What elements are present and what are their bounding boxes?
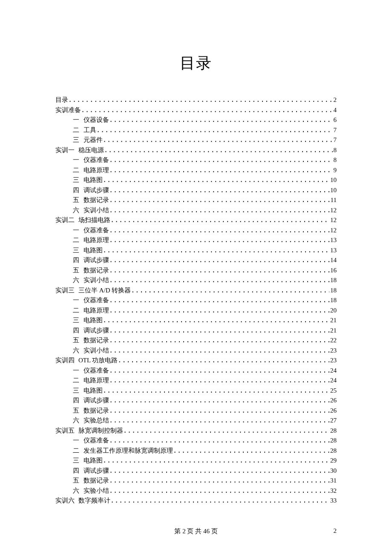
toc-entry-number: 三: [70, 135, 82, 145]
toc-entry: 二发生器工作原理和脉宽调制原理28: [55, 446, 337, 456]
toc-entry-number: 二: [70, 125, 82, 136]
toc-entry-number: 二: [70, 446, 82, 456]
toc-entry-label: 三位半 A/D 转换器: [78, 286, 131, 296]
toc-entry-number: 四: [70, 185, 82, 196]
toc-entry-number: 一: [70, 225, 82, 236]
toc-leader-dots: [103, 246, 329, 256]
toc-entry-page: 2: [334, 95, 337, 105]
toc-leader-dots: [104, 145, 333, 156]
toc-entry-label: 仪器准备: [84, 155, 109, 165]
toc-entry-label: 仪器准备: [84, 295, 109, 306]
toc-entry-page: 16: [330, 266, 337, 276]
toc-entry-label: 电路原理: [84, 235, 109, 246]
toc-entry: 实训六数字频率计33: [55, 496, 337, 506]
toc-entry-label: 脉宽调制控制器: [78, 426, 123, 436]
toc-entry: 五数据记录26: [55, 406, 337, 416]
toc-entry-number: 五: [70, 406, 82, 416]
toc-entry-label: 数据记录: [84, 406, 109, 416]
toc-entry-page: 27: [330, 416, 337, 426]
toc-leader-dots: [110, 215, 329, 225]
toc-leader-dots: [103, 386, 329, 396]
toc-entry-label: 调试步骤: [84, 185, 109, 196]
toc-entry-number: 三: [70, 246, 82, 256]
toc-entry-number: 五: [70, 195, 82, 205]
toc-entry-number: 六: [70, 486, 82, 496]
toc-entry-page: 13: [330, 246, 337, 256]
toc-entry-page: 9: [334, 165, 337, 176]
toc-leader-dots: [103, 135, 333, 145]
toc-leader-dots: [110, 496, 329, 506]
toc-entry-page: 28: [330, 446, 337, 456]
toc-entry-number: 六: [70, 416, 82, 426]
toc-entry: 六实训小结23: [55, 346, 337, 356]
toc-leader-dots: [109, 346, 329, 356]
toc-leader-dots: [109, 115, 333, 125]
toc-entry-page: 26: [330, 396, 337, 406]
toc-leader-dots: [109, 195, 330, 205]
toc-entry-label: 数据记录: [84, 195, 109, 205]
toc-entry-page: 26: [330, 406, 337, 416]
toc-entry-page: 29: [330, 456, 337, 466]
toc-entry: 二电路原理9: [55, 165, 337, 176]
toc-entry: 三电路图29: [55, 456, 337, 466]
toc-entry-page: 24: [330, 366, 337, 376]
toc-leader-dots: [109, 366, 329, 376]
toc-leader-dots: [109, 266, 329, 276]
toc-leader-dots: [109, 416, 329, 426]
toc-entry: 三元器件7: [55, 135, 337, 145]
toc-entry-number: 一: [70, 366, 82, 376]
toc-entry: 一仪器准备24: [55, 366, 337, 376]
toc-entry-page: 28: [330, 436, 337, 446]
toc-entry: 五数据记录31: [55, 476, 337, 486]
toc-entry-page: 30: [330, 466, 337, 476]
toc-entry-page: 24: [330, 376, 337, 386]
toc-leader-dots: [81, 105, 333, 116]
toc-entry-label: 电路原理: [84, 376, 109, 386]
toc-entry-label: 场扫描电路: [78, 215, 110, 225]
toc-entry-label: 实训小结: [84, 346, 109, 356]
toc-entry: 实训三三位半 A/D 转换器18: [55, 286, 337, 296]
toc-entry-page: 33: [330, 496, 337, 506]
toc-leader-dots: [109, 155, 333, 165]
toc-entry-number: 实训二: [55, 215, 77, 225]
toc-entry-page: 21: [330, 315, 337, 326]
toc-leader-dots: [109, 235, 329, 246]
toc-entry: 五数据记录11: [55, 195, 337, 205]
toc-entry-label: 数据记录: [84, 266, 109, 276]
toc-entry: 目录2: [55, 95, 337, 105]
toc-leader-dots: [109, 466, 329, 476]
toc-leader-dots: [68, 95, 333, 105]
toc-entry: 实训四OTL 功放电路23: [55, 356, 337, 366]
toc-leader-dots: [109, 225, 329, 236]
toc-entry-number: 四: [70, 396, 82, 406]
toc-leader-dots: [109, 396, 329, 406]
toc-entry-number: 六: [70, 346, 82, 356]
toc-entry-number: 六: [70, 205, 82, 216]
footer-center: 第 2 页 共 46 页: [174, 527, 217, 535]
toc-entry-label: 仪器准备: [84, 436, 109, 446]
toc-leader-dots: [173, 446, 329, 456]
toc-entry-label: 调试步骤: [84, 326, 109, 336]
toc-entry: 三电路图13: [55, 246, 337, 256]
toc-entry: 三电路图25: [55, 386, 337, 396]
toc-entry-label: 数据记录: [84, 476, 109, 486]
toc-entry-page: 12: [330, 205, 337, 216]
toc-entry: 实训一稳压电源8: [55, 145, 337, 156]
toc-entry-number: 一: [70, 115, 82, 125]
toc-entry-page: 25: [330, 386, 337, 396]
toc-entry-label: 实验总结: [84, 416, 109, 426]
toc-leader-dots: [118, 356, 329, 366]
toc-leader-dots: [123, 426, 329, 436]
toc-entry-number: 实训一: [55, 145, 77, 156]
toc-entry: 五数据记录16: [55, 266, 337, 276]
toc-entry: 实训二场扫描电路12: [55, 215, 337, 225]
footer-page-number: 2: [334, 527, 337, 535]
toc-entry-number: 三: [70, 386, 82, 396]
toc-entry: 一仪器准备12: [55, 225, 337, 236]
toc-entry: 四调试步骤26: [55, 396, 337, 406]
toc-entry-number: 二: [70, 165, 82, 176]
toc-entry: 一仪器准备8: [55, 155, 337, 165]
toc-entry: 一仪器准备18: [55, 295, 337, 306]
toc-entry-number: 二: [70, 306, 82, 316]
toc-entry-page: 12: [330, 215, 337, 225]
